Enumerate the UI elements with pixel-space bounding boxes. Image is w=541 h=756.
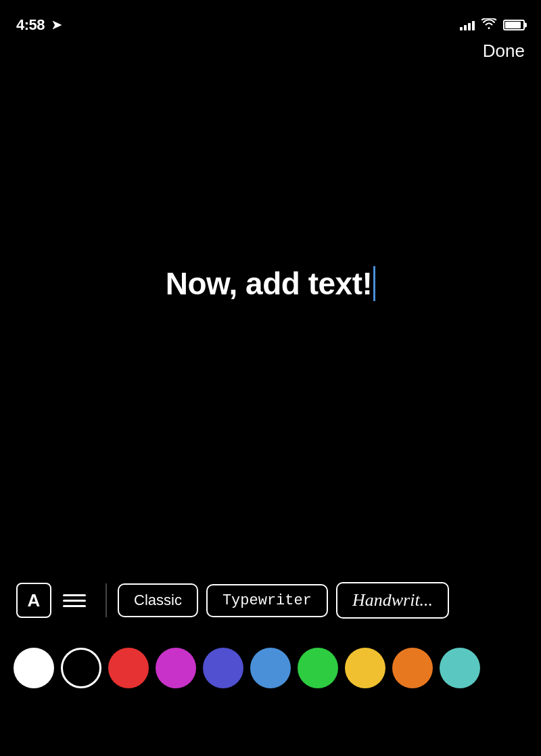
done-button[interactable]: Done bbox=[483, 41, 525, 62]
color-indigo-button[interactable] bbox=[203, 648, 243, 688]
canvas-area: Now, add text! bbox=[0, 0, 541, 566]
status-bar: 4:58 ➤ bbox=[0, 0, 541, 41]
status-time-area: 4:58 ➤ bbox=[16, 16, 62, 34]
toolbar-top-row: A Classic Typewriter Handwrit... bbox=[0, 566, 541, 634]
color-teal-button[interactable] bbox=[440, 648, 480, 688]
align-icon bbox=[59, 590, 90, 611]
canvas-text[interactable]: Now, add text! bbox=[166, 265, 376, 302]
color-white-outline-button[interactable] bbox=[61, 648, 101, 688]
font-a-label: A bbox=[28, 590, 41, 611]
text-cursor bbox=[373, 266, 375, 301]
canvas-text-value: Now, add text! bbox=[166, 265, 373, 302]
location-icon: ➤ bbox=[51, 18, 62, 32]
color-green-button[interactable] bbox=[298, 648, 338, 688]
font-style-list: Classic Typewriter Handwrit... bbox=[118, 582, 527, 619]
color-blue-button[interactable] bbox=[250, 648, 291, 688]
signal-icon bbox=[460, 20, 475, 30]
color-orange-button[interactable] bbox=[392, 648, 433, 688]
font-a-icon: A bbox=[16, 583, 51, 618]
time-display: 4:58 bbox=[16, 16, 45, 34]
font-a-button[interactable]: A bbox=[14, 580, 54, 621]
font-style-typewriter-button[interactable]: Typewriter bbox=[206, 584, 328, 617]
battery-icon bbox=[503, 20, 525, 30]
color-yellow-button[interactable] bbox=[345, 648, 385, 688]
font-style-classic-button[interactable]: Classic bbox=[118, 583, 198, 617]
color-row bbox=[0, 634, 541, 702]
wifi-icon bbox=[481, 18, 496, 32]
bottom-toolbar: A Classic Typewriter Handwrit... bbox=[0, 566, 541, 756]
color-purple-button[interactable] bbox=[156, 648, 196, 688]
color-white-button[interactable] bbox=[14, 648, 54, 688]
color-red-button[interactable] bbox=[108, 648, 149, 688]
text-align-button[interactable] bbox=[54, 580, 95, 621]
status-icons bbox=[460, 18, 525, 32]
toolbar-divider bbox=[105, 583, 107, 617]
font-style-handwriting-button[interactable]: Handwrit... bbox=[336, 582, 449, 619]
